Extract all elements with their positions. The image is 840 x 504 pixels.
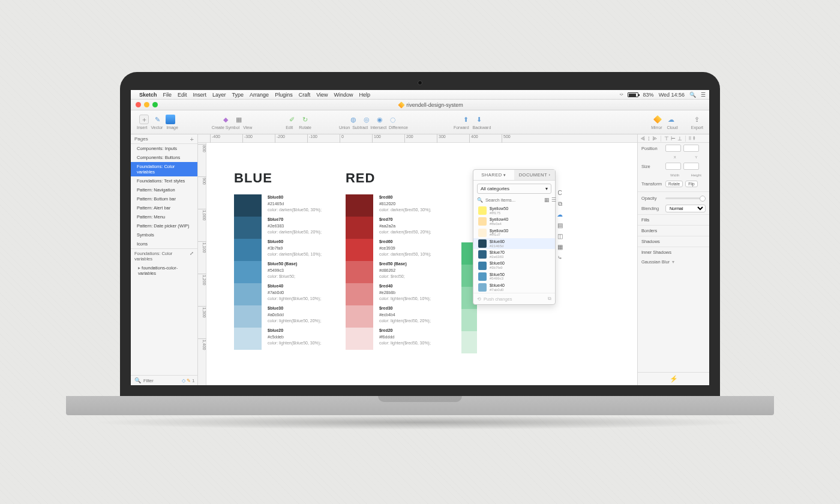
color-swatch[interactable]	[234, 261, 262, 283]
insert-icon[interactable]: ＋	[139, 115, 149, 124]
menu-view[interactable]: View	[316, 92, 328, 98]
category-dropdown[interactable]: All categories▾	[477, 184, 551, 194]
color-swatch[interactable]	[346, 328, 373, 350]
menu-type[interactable]: Type	[232, 92, 244, 98]
color-row[interactable]: $blue80#21465dcolor: darken($blue50, 30%…	[234, 194, 322, 217]
page-item[interactable]: Foundations: Color variables	[131, 162, 197, 176]
page-item[interactable]: Pattern: Bottom bar	[131, 194, 197, 203]
borders-section[interactable]: Borders	[638, 225, 709, 236]
export-icon[interactable]: ⇪	[692, 115, 702, 124]
clock[interactable]: Wed 14:56	[659, 92, 685, 98]
color-swatch[interactable]	[346, 194, 373, 217]
library-item[interactable]: $blue70#2e6383	[473, 249, 555, 260]
page-item[interactable]: Pattern: Date picker (WIP)	[131, 221, 197, 230]
color-swatch[interactable]	[346, 261, 373, 283]
page-item[interactable]: Pattern: Navigation	[131, 185, 197, 194]
color-row[interactable]: $red50 (Base)#d86262color: $red50;	[346, 261, 431, 283]
height-input[interactable]	[683, 163, 699, 170]
color-swatch[interactable]	[234, 305, 262, 328]
color-row[interactable]: $red30#ecb4b4color: lighten($red50, 20%)…	[346, 305, 431, 328]
create-symbol-icon[interactable]: ◆	[221, 115, 230, 124]
color-row[interactable]: $blue50 (Base)#5499c3color: $blue50;	[234, 261, 322, 283]
color-swatch[interactable]	[234, 194, 262, 217]
menu-plugins[interactable]: Plugins	[275, 92, 293, 98]
menu-help[interactable]: Help	[359, 92, 371, 98]
view-icon[interactable]: ▦	[234, 115, 244, 124]
craft-style-icon[interactable]: ◫	[556, 233, 564, 241]
distribute-v-icon[interactable]: ⫵	[693, 135, 695, 142]
color-row[interactable]: $red40#e28b8bcolor: lighten($red50, 10%)…	[346, 283, 431, 305]
minimize-window-button[interactable]	[144, 102, 149, 107]
cloud-icon[interactable]: ☁	[666, 115, 676, 124]
page-item[interactable]: Pattern: Alert bar	[131, 203, 197, 212]
color-swatch[interactable]	[346, 305, 373, 328]
craft-sync-icon[interactable]: ⤷	[556, 254, 564, 263]
menu-insert[interactable]: Insert	[193, 92, 207, 98]
width-input[interactable]	[665, 163, 681, 170]
library-search-input[interactable]	[485, 197, 542, 203]
color-row[interactable]: $blue20#c5ddebcolor: lighten($blue50, 30…	[234, 328, 322, 350]
subtract-icon[interactable]: ◎	[362, 115, 371, 124]
position-x-input[interactable]	[665, 145, 681, 152]
app-name[interactable]: Sketch	[139, 92, 157, 98]
layer-item[interactable]: ▸ foundations-color-variables	[131, 263, 197, 278]
library-item[interactable]: $yellow30#fff1d7	[473, 227, 555, 238]
image-icon[interactable]	[166, 115, 175, 124]
library-item[interactable]: $blue60#3b7fa9	[473, 260, 555, 271]
page-item[interactable]: Foundations: Text styles	[131, 176, 197, 185]
menu-window[interactable]: Window	[334, 92, 353, 98]
craft-duplicate-icon[interactable]: ⧉	[556, 200, 564, 209]
tab-document[interactable]: DOCUMENT ›	[514, 170, 555, 180]
plugin-bolt-icon[interactable]: ⚡	[638, 372, 709, 385]
vector-icon[interactable]: ✎	[152, 115, 162, 124]
page-item[interactable]: Components: Buttons	[131, 153, 197, 162]
craft-photo-icon[interactable]: ▤	[556, 222, 564, 230]
align-right-icon[interactable]: ⫸	[652, 136, 658, 142]
color-swatch[interactable]	[234, 239, 262, 261]
library-item[interactable]: $blue40#7ab0d0	[473, 282, 555, 293]
wifi-icon[interactable]: ⌔	[620, 92, 623, 98]
close-window-button[interactable]	[136, 102, 141, 107]
rotate-button[interactable]: Rotate	[665, 181, 683, 187]
sync-icon[interactable]: ⟲	[477, 296, 481, 302]
tab-shared[interactable]: SHARED ▾	[473, 170, 514, 180]
blur-dropdown-icon[interactable]: ▾	[672, 259, 674, 265]
page-item[interactable]: Symbols	[131, 230, 197, 239]
color-swatch[interactable]	[461, 309, 477, 331]
layers-expand-icon[interactable]: ⤢	[190, 251, 194, 262]
external-link-icon[interactable]: ⧉	[548, 296, 551, 302]
color-row[interactable]: $red20#f6ddddcolor: lighten($red50, 30%)…	[346, 328, 431, 350]
shadows-section[interactable]: Shadows	[638, 236, 709, 247]
align-bottom-icon[interactable]: ⊥	[677, 136, 682, 142]
filter-input[interactable]	[143, 378, 179, 383]
color-row[interactable]: $blue30#a0c6ddcolor: lighten($blue50, 20…	[234, 305, 322, 328]
library-item[interactable]: $blue50#5499c3	[473, 271, 555, 282]
color-swatch[interactable]	[234, 283, 262, 305]
blend-mode-select[interactable]: Normal	[665, 205, 706, 212]
forward-icon[interactable]: ⬆	[461, 115, 470, 124]
craft-text-icon[interactable]: C	[556, 190, 564, 198]
color-row[interactable]: $blue60#3b7fa9color: darken($blue50, 10%…	[234, 239, 322, 261]
edit-icon[interactable]: ✐	[287, 115, 297, 124]
page-item[interactable]: Pattern: Menu	[131, 212, 197, 221]
menu-file[interactable]: File	[163, 92, 172, 98]
menu-edit[interactable]: Edit	[178, 92, 187, 98]
position-y-input[interactable]	[683, 145, 699, 152]
opacity-slider[interactable]	[665, 197, 706, 199]
flip-button[interactable]: Flip	[685, 181, 697, 187]
library-item[interactable]: $yellow40#ffe0a4	[473, 216, 555, 227]
color-swatch[interactable]	[234, 328, 262, 350]
align-left-icon[interactable]: ⫷	[640, 136, 646, 142]
color-row[interactable]: $red70#aa2a2acolor: darken($red50, 20%);	[346, 217, 431, 239]
union-icon[interactable]: ◍	[349, 115, 358, 124]
intersect-icon[interactable]: ◉	[375, 115, 385, 124]
zoom-window-button[interactable]	[152, 102, 158, 107]
craft-cloud-icon[interactable]: ☁	[556, 211, 564, 220]
mirror-icon[interactable]	[653, 115, 662, 124]
align-top-icon[interactable]: ⊤	[664, 136, 669, 142]
color-swatch[interactable]	[346, 283, 373, 305]
page-item[interactable]: Icons	[131, 239, 197, 248]
distribute-h-icon[interactable]: ⫴	[689, 135, 691, 142]
color-row[interactable]: $blue40#7ab0d0color: lighten($blue50, 10…	[234, 283, 322, 305]
rotate-icon[interactable]: ↻	[301, 115, 310, 124]
